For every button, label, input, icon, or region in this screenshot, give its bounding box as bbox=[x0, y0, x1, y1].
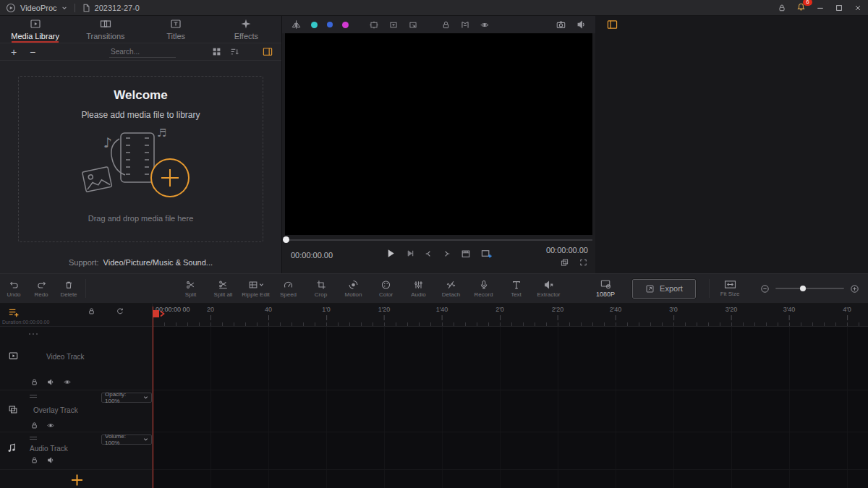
track-visibility-icon[interactable] bbox=[46, 421, 55, 429]
loop-icon[interactable] bbox=[116, 307, 124, 315]
fit-size-button[interactable]: Fit Size bbox=[712, 274, 747, 303]
edit-toolbar: Undo Redo Delete Split Split all bbox=[0, 273, 868, 304]
search-input[interactable] bbox=[109, 46, 176, 58]
track-lock-icon[interactable] bbox=[30, 378, 38, 386]
audio-track-header[interactable]: Volume: 100% Audio Track bbox=[0, 432, 153, 470]
titlebar-separator bbox=[75, 4, 75, 12]
grid-view-icon[interactable] bbox=[212, 47, 221, 56]
seek-bar[interactable] bbox=[282, 235, 595, 244]
remove-media-button[interactable]: − bbox=[27, 47, 38, 57]
compare-window-icon[interactable] bbox=[560, 258, 569, 267]
track-mute-icon[interactable] bbox=[46, 456, 55, 464]
audio-button[interactable]: Audio bbox=[402, 274, 435, 303]
resolution-icon bbox=[600, 279, 612, 289]
tab-titles[interactable]: Titles bbox=[141, 16, 211, 43]
title-safe-icon[interactable] bbox=[388, 20, 399, 30]
zoom-in-icon[interactable] bbox=[850, 284, 859, 294]
track-mute-icon[interactable] bbox=[46, 378, 55, 386]
previous-frame-button[interactable] bbox=[424, 249, 433, 258]
redo-button[interactable]: Redo bbox=[27, 274, 55, 303]
play-one-frame-button[interactable] bbox=[405, 249, 414, 258]
track-lock-icon[interactable] bbox=[30, 421, 38, 429]
audio-track-lane[interactable] bbox=[153, 432, 868, 470]
fullscreen-icon[interactable] bbox=[579, 258, 588, 267]
audio-mute-icon[interactable] bbox=[576, 20, 587, 30]
extractor-button[interactable]: Extractor bbox=[532, 274, 565, 303]
action-safe-icon[interactable] bbox=[369, 20, 379, 30]
track-drag-handle-icon[interactable] bbox=[30, 393, 37, 399]
timeline-footer-lane[interactable] bbox=[153, 470, 868, 488]
close-button[interactable] bbox=[854, 4, 862, 12]
color-button[interactable]: Color bbox=[370, 274, 402, 303]
tab-transitions[interactable]: Transitions bbox=[70, 16, 140, 43]
resolution-button[interactable]: 1080P bbox=[589, 274, 622, 303]
add-snapshot-to-media-icon[interactable] bbox=[480, 248, 493, 259]
speed-button[interactable]: Speed bbox=[272, 274, 305, 303]
motion-button[interactable]: Motion bbox=[337, 274, 370, 303]
playhead-line[interactable] bbox=[153, 307, 153, 488]
video-track-header[interactable]: Video Track bbox=[0, 327, 153, 390]
detach-button[interactable]: Detach bbox=[435, 274, 467, 303]
blue-marker-dot[interactable] bbox=[327, 22, 333, 27]
duration-label: Duration:00:00:00.00 bbox=[2, 320, 49, 325]
snapshot-to-film-icon[interactable] bbox=[460, 249, 471, 259]
delete-button[interactable]: Delete bbox=[55, 274, 82, 303]
ripple-edit-icon bbox=[248, 280, 264, 290]
opacity-stepper[interactable]: Opacity: 100% bbox=[101, 393, 152, 403]
zoom-slider[interactable] bbox=[775, 288, 844, 289]
next-frame-button[interactable] bbox=[442, 249, 451, 258]
export-button[interactable]: Export bbox=[632, 279, 696, 299]
maximize-button[interactable] bbox=[835, 4, 843, 12]
zoom-slider-thumb[interactable] bbox=[800, 286, 806, 291]
overlay-track-lane[interactable] bbox=[153, 390, 868, 432]
record-button[interactable]: Record bbox=[467, 274, 500, 303]
add-new-track-button[interactable] bbox=[70, 474, 84, 487]
add-track-menu-icon[interactable] bbox=[8, 307, 20, 318]
seek-thumb[interactable] bbox=[283, 236, 289, 243]
ruler-tick: 40 bbox=[265, 306, 272, 313]
undo-button[interactable]: Undo bbox=[0, 274, 27, 303]
app-menu-chevron-icon[interactable] bbox=[61, 5, 67, 11]
split-button[interactable]: Split bbox=[174, 274, 207, 303]
preview-eye-icon[interactable] bbox=[480, 20, 490, 30]
crop-button[interactable]: Crop bbox=[305, 274, 337, 303]
sort-icon[interactable] bbox=[230, 47, 239, 56]
right-panel-toggle-icon[interactable] bbox=[607, 20, 618, 30]
compare-icon[interactable] bbox=[291, 20, 302, 30]
track-options-icon[interactable] bbox=[29, 333, 38, 335]
track-visibility-icon[interactable] bbox=[63, 378, 72, 386]
select-tool-icon[interactable] bbox=[408, 20, 418, 30]
play-button[interactable] bbox=[385, 248, 396, 259]
split-all-button[interactable]: Split all bbox=[207, 274, 239, 303]
tab-effects[interactable]: Effects bbox=[211, 16, 281, 43]
add-media-button[interactable]: + bbox=[9, 47, 19, 57]
tab-label: Media Library bbox=[11, 32, 59, 40]
app-name[interactable]: VideoProc bbox=[20, 4, 57, 12]
video-track-lane[interactable] bbox=[153, 327, 868, 390]
seek-track[interactable] bbox=[285, 239, 592, 241]
notifications-button[interactable]: 6 bbox=[796, 2, 806, 13]
magenta-marker-dot[interactable] bbox=[342, 22, 349, 28]
video-preview[interactable] bbox=[285, 33, 592, 235]
tool-label: Audio bbox=[411, 291, 425, 298]
tab-media-library[interactable]: Media Library bbox=[0, 16, 70, 43]
lock-icon[interactable] bbox=[778, 4, 786, 12]
volume-stepper[interactable]: Volume: 100% bbox=[101, 435, 152, 445]
ripple-edit-button[interactable]: Ripple Edit bbox=[239, 274, 272, 303]
minimize-button[interactable] bbox=[816, 4, 825, 12]
cyan-marker-dot[interactable] bbox=[311, 22, 318, 28]
track-name: Audio Track bbox=[30, 445, 68, 453]
overlay-track-header[interactable]: Opacity: 100% Overlay Track bbox=[0, 390, 153, 432]
panel-toggle-icon[interactable] bbox=[263, 47, 273, 56]
playhead-marker[interactable] bbox=[153, 310, 166, 317]
mask-icon[interactable] bbox=[460, 20, 470, 30]
preview-lock-icon[interactable] bbox=[441, 20, 451, 30]
track-lock-icon[interactable] bbox=[30, 456, 38, 464]
timeline-ruler[interactable]: 00:00:00 00 20401'01'201'402'02'202'403'… bbox=[153, 304, 868, 327]
text-button[interactable]: Text bbox=[500, 274, 532, 303]
snapshot-camera-icon[interactable] bbox=[556, 20, 566, 30]
track-drag-handle-icon[interactable] bbox=[30, 435, 37, 441]
welcome-dropzone[interactable]: Welcome Please add media file to library bbox=[18, 76, 263, 242]
timeline-lock-icon[interactable] bbox=[88, 307, 95, 315]
zoom-out-icon[interactable] bbox=[760, 284, 770, 294]
